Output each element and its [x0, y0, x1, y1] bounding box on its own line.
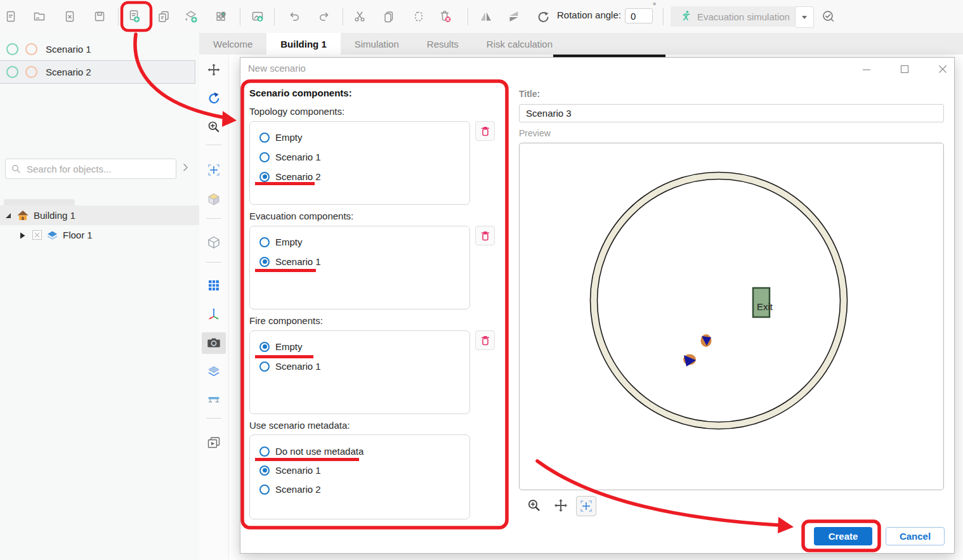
pan-move-icon[interactable] [205, 61, 223, 79]
maximize-button[interactable] [896, 62, 913, 77]
mirror-vertical-icon[interactable] [505, 8, 523, 25]
map-location-icon[interactable] [213, 8, 230, 25]
tree-node-label: Building 1 [34, 210, 75, 221]
copy-scenario-icon[interactable] [155, 8, 173, 25]
radio-option[interactable]: Empty [259, 132, 303, 143]
delete-topology-component-button[interactable] [475, 121, 495, 141]
radio-option[interactable]: Do not use metadata [259, 446, 364, 457]
close-button[interactable] [934, 62, 951, 77]
expand-chevron-icon[interactable] [180, 162, 191, 176]
create-button[interactable]: Create [814, 527, 872, 545]
close-file-icon[interactable] [61, 8, 79, 25]
tab-welcome[interactable]: Welcome [199, 33, 266, 55]
tab-risk-calculation[interactable]: Risk calculation [473, 33, 567, 55]
delete-fire-component-button[interactable] [475, 330, 495, 350]
new-file-icon[interactable] [2, 8, 20, 25]
toolbar-separator [240, 8, 240, 25]
scenario-title-input[interactable] [519, 104, 944, 122]
radio-label: Empty [275, 341, 303, 352]
open-folder-icon[interactable] [30, 8, 48, 25]
tab-building-1[interactable]: Building 1 [266, 33, 341, 55]
radio-label: Empty [275, 132, 303, 143]
minimize-button[interactable] [858, 62, 875, 77]
floor-layers-icon [46, 230, 58, 240]
radio-label: Scenario 2 [275, 484, 321, 495]
delete-icon[interactable] [436, 8, 454, 25]
radio-checked-icon[interactable] [259, 172, 270, 182]
radio-option-selected[interactable]: Scenario 2 [259, 171, 321, 182]
rotation-angle-label: Rotation angle: [557, 10, 621, 20]
rotation-angle-input[interactable] [625, 8, 653, 23]
grid-icon[interactable] [205, 277, 223, 294]
toolbar-separator [274, 8, 275, 25]
preview-fit-icon[interactable] [576, 496, 596, 516]
undo-icon[interactable] [285, 8, 303, 25]
preview-drawing: Exit [520, 143, 943, 490]
import-image-icon[interactable] [249, 8, 266, 25]
building-house-icon [16, 209, 29, 221]
furniture-icon[interactable] [205, 391, 223, 408]
collapsed-triangle-icon[interactable] [18, 231, 27, 240]
radio-option-selected[interactable]: Scenario 1 [259, 256, 321, 267]
simulation-dropdown-button[interactable] [795, 6, 814, 28]
wireframe-view-icon[interactable] [205, 233, 223, 251]
redo-icon[interactable] [316, 8, 334, 25]
tree-row-building[interactable]: Building 1 [0, 205, 199, 225]
fire-ring-icon [25, 66, 37, 78]
screenshot-camera-icon[interactable] [202, 332, 226, 354]
radio-option[interactable]: Scenario 1 [259, 152, 321, 162]
presentation-icon[interactable] [205, 434, 223, 452]
tree-row-floor[interactable]: Floor 1 [0, 225, 199, 245]
toolbar-separator [343, 8, 343, 25]
strip-separator [206, 145, 221, 145]
evacuation-simulation-button[interactable]: Evacuation simulation [671, 6, 799, 27]
rotate-view-icon[interactable] [205, 89, 223, 107]
radio-icon[interactable] [259, 485, 270, 495]
radio-option[interactable]: Scenario 1 [259, 361, 321, 372]
radio-checked-icon[interactable] [259, 466, 270, 476]
zoom-tool-icon[interactable] [205, 118, 223, 136]
radio-option-selected[interactable]: Scenario 1 [259, 465, 321, 476]
layers-icon[interactable] [205, 363, 223, 381]
radio-icon[interactable] [259, 133, 270, 143]
scenario-components-heading: Scenario components: [249, 88, 352, 98]
strip-separator [206, 218, 221, 219]
new-scenario-dialog: New scenario Scenario components: Topolo… [240, 57, 955, 554]
delete-evacuation-component-button[interactable] [475, 226, 495, 245]
radio-icon[interactable] [259, 237, 270, 247]
preview-zoom-icon[interactable] [525, 496, 544, 515]
metadata-group-box: Do not use metadata Scenario 1 Scenario … [249, 434, 470, 519]
preview-pan-icon[interactable] [551, 496, 570, 515]
radio-icon[interactable] [259, 152, 270, 162]
search-input[interactable] [25, 163, 176, 175]
validate-check-icon[interactable] [820, 8, 837, 25]
axes-icon[interactable] [205, 304, 223, 322]
strip-separator [206, 418, 221, 419]
scenario-list-item-selected[interactable]: Scenario 2 [0, 60, 195, 84]
fit-view-icon[interactable] [205, 161, 223, 179]
radio-option[interactable]: Empty [259, 237, 303, 247]
scenario-preview: Exit [519, 143, 944, 490]
copy-icon[interactable] [380, 8, 398, 25]
scenario-list-item[interactable]: Scenario 1 [0, 38, 195, 60]
radio-icon[interactable] [259, 361, 270, 372]
radio-icon[interactable] [259, 446, 270, 457]
radio-checked-icon[interactable] [259, 257, 270, 267]
search-box[interactable] [5, 159, 176, 179]
mirror-horizontal-icon[interactable] [477, 8, 495, 25]
radio-option[interactable]: Scenario 2 [259, 484, 321, 495]
visibility-checkbox-icon[interactable] [32, 230, 43, 240]
save-icon[interactable] [91, 8, 108, 25]
solid-view-icon[interactable] [205, 190, 223, 208]
add-layer-icon[interactable] [183, 8, 200, 25]
radio-checked-icon[interactable] [259, 342, 270, 352]
tab-results[interactable]: Results [413, 33, 473, 55]
new-scenario-icon[interactable] [126, 8, 143, 25]
paste-icon[interactable] [410, 8, 428, 25]
cancel-button[interactable]: Cancel [886, 527, 945, 545]
expanded-triangle-icon[interactable] [4, 211, 13, 220]
radio-option-selected[interactable]: Empty [259, 341, 303, 352]
rotate-icon[interactable] [534, 8, 552, 25]
tab-simulation[interactable]: Simulation [341, 33, 413, 55]
cut-icon[interactable] [351, 8, 369, 25]
